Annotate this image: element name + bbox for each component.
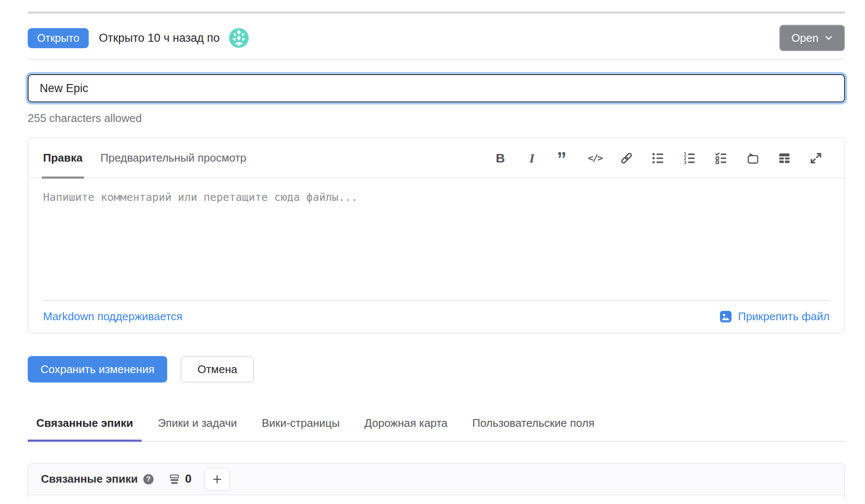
tab-epics-and-issues[interactable]: Эпики и задачи	[149, 417, 246, 441]
tab-linked-epics[interactable]: Связанные эпики	[28, 417, 142, 441]
bold-icon-button[interactable]: B	[493, 151, 508, 166]
bulleted-list-icon	[651, 151, 665, 165]
link-icon-button[interactable]	[619, 151, 634, 166]
svg-text:”: ”	[557, 151, 566, 165]
tab-custom-fields[interactable]: Пользовательские поля	[464, 417, 603, 441]
top-divider	[28, 12, 845, 14]
task-list-icon-button[interactable]	[714, 151, 729, 166]
epic-edit-page: Открыто Открыто 10 ч назад по Open	[0, 12, 865, 501]
code-icon-button[interactable]: </>	[588, 151, 602, 166]
status-row: Открыто Открыто 10 ч назад по Open	[28, 24, 845, 52]
epic-count: 0	[168, 472, 192, 486]
svg-text:3: 3	[684, 160, 686, 165]
table-icon-button[interactable]	[777, 151, 792, 166]
status-divider	[28, 59, 845, 60]
link-icon	[620, 151, 633, 165]
epic-count-value: 0	[185, 472, 192, 486]
form-actions: Сохранить изменения Отмена	[28, 356, 845, 382]
quote-icon-button[interactable]: ”	[556, 151, 571, 166]
task-list-icon	[714, 151, 728, 165]
quote-icon: ”	[556, 151, 571, 165]
markdown-support-link[interactable]: Markdown поддерживается	[43, 310, 183, 323]
linked-epics-title: Связанные эпики	[41, 472, 138, 486]
bulleted-list-icon-button[interactable]	[651, 151, 665, 166]
add-linked-epic-button[interactable]	[204, 468, 230, 491]
chevron-down-icon	[824, 34, 833, 42]
status-meta-text: Открыто 10 ч назад по	[99, 32, 220, 45]
markdown-editor-footer: Markdown поддерживается Прикрепить файл	[28, 300, 845, 333]
save-button[interactable]: Сохранить изменения	[28, 356, 167, 382]
tab-wiki-pages[interactable]: Вики-страницы	[253, 417, 348, 441]
linked-epics-card-header: Связанные эпики ? 0	[28, 463, 845, 495]
avatar-identicon	[229, 28, 249, 48]
epic-title-input[interactable]	[28, 74, 845, 102]
tab-edit[interactable]: Правка	[43, 138, 83, 178]
attach-image-icon	[719, 310, 732, 323]
cancel-button[interactable]: Отмена	[181, 356, 254, 382]
italic-icon: I	[529, 152, 534, 165]
plus-icon	[212, 474, 222, 484]
attach-file-label: Прикрепить файл	[738, 310, 830, 323]
markdown-editor-header: Правка Предварительный просмотр B I ” </…	[28, 138, 845, 178]
help-icon[interactable]: ?	[143, 474, 154, 484]
table-icon	[778, 151, 791, 165]
linked-epics-card: Связанные эпики ? 0	[28, 463, 845, 501]
epic-icon	[168, 473, 181, 486]
tab-preview[interactable]: Предварительный просмотр	[101, 138, 247, 178]
code-icon: </>	[588, 154, 602, 163]
numbered-list-icon-button[interactable]: 1 2 3	[682, 151, 697, 166]
tab-roadmap[interactable]: Дорожная карта	[356, 417, 456, 441]
state-dropdown-label: Open	[791, 32, 819, 45]
markdown-placeholder: Напишите комментарий или перетащите сюда…	[43, 191, 830, 203]
numbered-list-icon: 1 2 3	[683, 151, 697, 165]
markdown-tabs: Правка Предварительный просмотр	[43, 138, 264, 178]
markdown-textarea[interactable]: Напишите комментарий или перетащите сюда…	[28, 178, 845, 300]
collapsible-section-icon	[746, 151, 760, 165]
status-badge: Открыто	[28, 28, 89, 48]
bold-icon: B	[496, 152, 505, 165]
author-avatar[interactable]	[229, 28, 249, 48]
title-helper-text: 255 characters allowed	[28, 112, 845, 125]
state-dropdown-button[interactable]: Open	[779, 25, 845, 51]
collapsible-section-icon-button[interactable]	[746, 151, 760, 166]
markdown-toolbar: B I ” </>	[493, 138, 823, 178]
attach-file-link[interactable]: Прикрепить файл	[719, 310, 830, 323]
italic-icon-button[interactable]: I	[525, 151, 539, 166]
markdown-editor: Правка Предварительный просмотр B I ” </…	[28, 138, 845, 333]
fullscreen-icon	[809, 151, 823, 165]
fullscreen-icon-button[interactable]	[809, 151, 823, 166]
linked-epics-card-body	[28, 495, 845, 501]
related-items-tabs: Связанные эпики Эпики и задачи Вики-стра…	[28, 417, 845, 442]
